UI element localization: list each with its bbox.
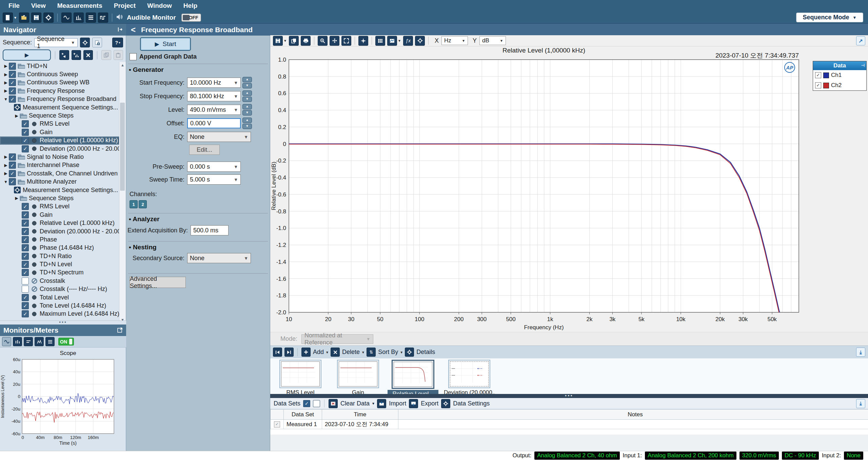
chevron-down-icon[interactable]: ▾ [362, 350, 364, 355]
tree-checkbox[interactable]: ✓ [9, 96, 16, 103]
analyzer-section-header[interactable]: • Analyzer [129, 215, 159, 223]
tree-item-phase[interactable]: ✓Phase [0, 235, 126, 244]
cursor-crosshair-icon[interactable] [358, 36, 368, 46]
tree-item-continuous-sweep[interactable]: ▶✓Continuous Sweep [0, 70, 126, 78]
tree-checkbox[interactable]: ✓ [22, 269, 29, 276]
offset-input[interactable]: 0.000 V [187, 118, 241, 128]
tree-item-crosstalk-one-channel-undriven[interactable]: ▶✓Crosstalk, One Channel Undriven [0, 169, 126, 177]
new-project-dropdown-icon[interactable]: ▾ [14, 15, 16, 20]
tree-checkbox[interactable]: ✓ [22, 294, 29, 301]
import-icon[interactable] [377, 399, 386, 408]
input1-config-badge[interactable]: Analog Balanced 2 Ch, 200 kohm [645, 452, 736, 460]
data-settings-label[interactable]: Data Settings [453, 400, 490, 407]
x-unit-select[interactable]: Hz▾ [441, 36, 468, 45]
input1-bandwidth-badge[interactable]: DC - 90 kHz [782, 452, 819, 460]
run-sequence-button[interactable]: ▶ [3, 49, 51, 61]
open-project-button[interactable] [19, 13, 29, 23]
add-result-icon[interactable] [301, 348, 311, 357]
tree-scrollbar[interactable]: ▲ ▼ [119, 62, 126, 323]
data-table-icon[interactable] [375, 36, 385, 46]
import-label[interactable]: Import [389, 400, 406, 407]
pin-icon[interactable] [117, 26, 123, 34]
tree-checkbox[interactable]: ✓ [22, 203, 29, 210]
tree-item-td-n-level[interactable]: ✓TD+N Level [0, 260, 126, 268]
tree-item-td-n-spectrum[interactable]: ✓TD+N Spectrum [0, 269, 126, 277]
tree-item-measurement-sequence-settings[interactable]: Measurement Sequence Settings... [0, 103, 126, 111]
expander-down-icon[interactable]: ▼ [3, 180, 9, 184]
expander-right-icon[interactable]: ▶ [3, 72, 9, 77]
expander-right-icon[interactable]: ▶ [14, 113, 20, 118]
data-settings-gear-icon[interactable] [441, 399, 450, 408]
output-config-badge[interactable]: Analog Balanced 2 Ch, 40 ohm [534, 452, 619, 460]
clear-data-label[interactable]: Clear Data [340, 400, 370, 407]
tree-item-deviation-20-0000-hz-20-0000-kh[interactable]: ✓Deviation (20.0000 Hz - 20.0000 kH [0, 227, 126, 235]
tree-item-gain[interactable]: ✓Gain [0, 211, 126, 219]
result-thumbnail-rms-level[interactable]: RMS Level [275, 360, 326, 396]
pre-sweep-input[interactable]: 0.000 s▼ [187, 162, 241, 172]
pan-icon[interactable] [330, 36, 339, 46]
zoom-fit-icon[interactable] [341, 36, 351, 46]
tree-item-interchannel-phase[interactable]: ▶✓Interchannel Phase [0, 161, 126, 169]
export-icon[interactable] [409, 399, 418, 408]
nesting-section-header[interactable]: • Nesting [129, 244, 157, 251]
lock-report-button[interactable] [92, 38, 102, 47]
result-thumbnail-relative-level[interactable]: Relative Level... [388, 360, 438, 398]
menu-item-help[interactable]: Help [178, 2, 203, 9]
tree-item-gain[interactable]: ✓Gain [0, 128, 126, 136]
tree-checkbox[interactable]: ✓ [22, 211, 29, 218]
menu-item-window[interactable]: Window [141, 2, 178, 9]
pin-icon[interactable]: ⊣ [861, 63, 865, 68]
scope-monitor-icon[interactable] [2, 337, 11, 346]
extend-acquisition-input[interactable]: 500.0 ms [191, 225, 229, 235]
level-input[interactable]: 490.0 mVrms▼ [187, 105, 241, 115]
expander-right-icon[interactable]: ▶ [3, 80, 9, 85]
tree-checkbox[interactable]: ✓ [9, 87, 16, 95]
advanced-settings-button[interactable]: Advanced Settings... [130, 277, 186, 288]
tree-item-multitone-analyzer[interactable]: ▼✓Multitone Analyzer [0, 177, 126, 186]
tree-item-crosstalk[interactable]: ✓Crosstalk [0, 277, 126, 285]
expander-right-icon[interactable]: ▶ [3, 88, 9, 93]
channel-1-button[interactable]: 1 [130, 200, 138, 208]
scrollbar-thumb[interactable] [120, 103, 125, 191]
table-row[interactable]: ✓Measured 12023-07-10 오전 7:34:49 [271, 420, 868, 429]
column-header-data-set[interactable]: Data Set [284, 410, 322, 420]
tree-checkbox[interactable]: ✓ [22, 129, 29, 136]
channel-2-button[interactable]: 2 [139, 200, 147, 208]
tree-item-tone-level-14-6484-hz[interactable]: ✓Tone Level (14.6484 Hz) [0, 301, 126, 310]
thumbnails-splitter[interactable]: ••• [270, 394, 868, 398]
tree-checkbox[interactable]: ✓ [22, 310, 29, 317]
tree-item-maximum-level-14-6484-hz[interactable]: ✓Maximum Level (14.6484 Hz) [0, 310, 126, 318]
delete-button[interactable] [83, 50, 93, 60]
back-chevron-icon[interactable]: < [131, 25, 136, 35]
expander-down-icon[interactable]: ▼ [3, 97, 9, 102]
scroll-up-icon[interactable]: ▲ [119, 62, 126, 68]
delete-result-label[interactable]: Delete [342, 349, 360, 356]
chevron-down-icon[interactable]: ▾ [326, 350, 328, 355]
menu-item-view[interactable]: View [25, 2, 52, 9]
tree-checkbox[interactable]: ✓ [22, 244, 29, 251]
graph-view-icon[interactable] [387, 36, 397, 46]
tree-item-rms-level[interactable]: ✓RMS Level [0, 203, 126, 211]
expander-right-icon[interactable]: ▶ [3, 64, 9, 68]
sort-by-label[interactable]: Sort By [378, 349, 398, 356]
bar-meter-icon[interactable] [13, 337, 22, 346]
popout-graph-icon[interactable]: ↗ [856, 36, 865, 45]
tree-checkbox[interactable]: ✓ [9, 162, 16, 169]
generator-section-header[interactable]: • Generator [129, 66, 164, 74]
tree-checkbox[interactable]: ✓ [22, 286, 29, 293]
sequence-settings-gear-button[interactable] [80, 38, 90, 47]
tree-item-phase-14-6484-hz[interactable]: ✓Phase (14.6484 Hz) [0, 244, 126, 252]
legend-checkbox[interactable]: ✓ [815, 72, 821, 78]
clear-data-icon[interactable] [329, 399, 338, 408]
menu-item-measurements[interactable]: Measurements [52, 2, 108, 9]
check-all-checkbox[interactable]: ✓ [303, 400, 310, 407]
legend-checkbox[interactable]: ✓ [815, 82, 821, 88]
tree-checkbox[interactable]: ✓ [22, 236, 29, 243]
last-result-button[interactable] [284, 348, 294, 357]
details-label[interactable]: Details [416, 349, 435, 356]
sweep-view-icon[interactable] [98, 13, 108, 23]
graph-settings-gear-icon[interactable] [415, 36, 425, 46]
frequency-response-chart[interactable]: 1.00.80.60.40.20-0.2-0.4-0.6-0.8-1.0-1.2… [270, 46, 868, 332]
tree-checkbox[interactable]: ✓ [22, 302, 29, 309]
tree-item-relative-level-1-0000-khz[interactable]: ✓Relative Level (1.0000 kHz) [0, 219, 126, 227]
